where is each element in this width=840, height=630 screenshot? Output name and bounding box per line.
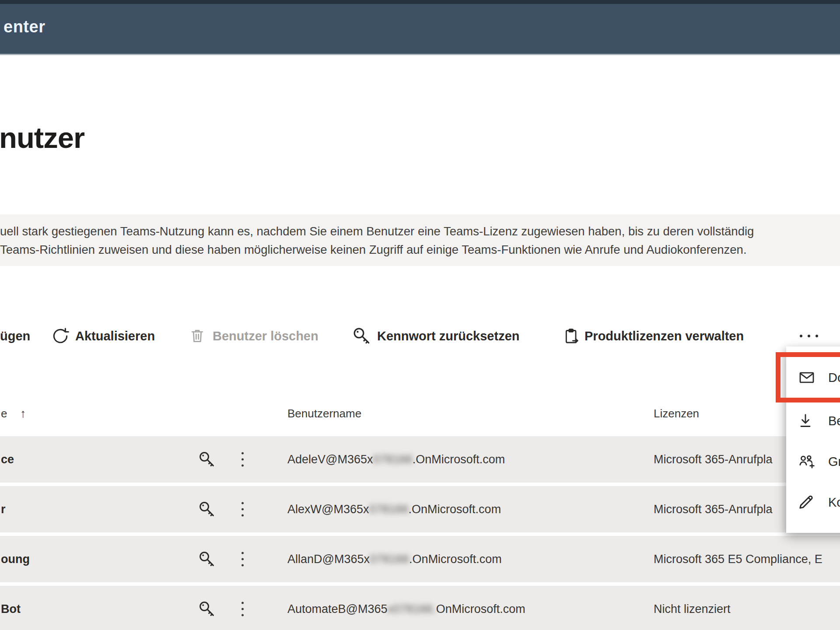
menu-item-label: Be — [828, 414, 840, 428]
banner-line-2: Teams-Richtlinien zuweisen und diese hab… — [0, 241, 840, 259]
table-row[interactable]: r AlexW@M365x078166.OnMicrosoft.com Micr… — [0, 486, 840, 532]
menu-item-label: Ko — [828, 495, 840, 510]
refresh-button[interactable]: Aktualisieren — [75, 329, 155, 343]
add-user-button[interactable]: ügen — [0, 329, 30, 343]
username-cell: AutomateB@M365x078166.OnMicrosoft.com — [287, 602, 525, 616]
top-app-bar-strip — [0, 0, 840, 4]
row-more-icon[interactable] — [242, 552, 244, 567]
people-add-icon — [797, 453, 816, 470]
column-licenses[interactable]: Lizenzen — [654, 407, 699, 420]
row-more-icon[interactable] — [242, 502, 244, 517]
column-username[interactable]: Benutzername — [287, 407, 361, 420]
username-cell: AdeleV@M365x078166.OnMicrosoft.com — [287, 453, 505, 466]
menu-item-export[interactable]: Be — [786, 410, 840, 432]
menu-item-label: Gr — [828, 455, 840, 469]
blurred-tenant-id: 078166 — [373, 453, 413, 466]
row-more-icon[interactable] — [242, 452, 244, 467]
app-title: enter — [4, 18, 45, 36]
license-cell: Microsoft 365 E5 Compliance, E — [654, 553, 822, 566]
key-icon[interactable] — [198, 550, 216, 568]
display-name[interactable]: r — [1, 503, 6, 516]
teams-info-banner: uell stark gestiegenen Teams-Nutzung kan… — [0, 214, 840, 266]
column-display-name[interactable]: e — [1, 407, 7, 420]
trash-icon — [189, 327, 206, 345]
page-title: nutzer — [0, 121, 84, 154]
table-row[interactable]: oung AllanD@M365x078166.OnMicrosoft.com … — [0, 536, 840, 582]
display-name[interactable]: oung — [1, 553, 30, 566]
sort-ascending-icon[interactable]: ↑ — [20, 407, 26, 420]
blurred-tenant-id: x078166. — [388, 602, 436, 616]
row-more-icon[interactable] — [242, 602, 244, 616]
admin-center-page: enter nutzer uell stark gestiegenen Team… — [0, 0, 840, 630]
table-header: e ↑ Benutzername Lizenzen — [0, 400, 840, 427]
key-icon[interactable] — [352, 326, 372, 346]
key-icon[interactable] — [198, 500, 216, 518]
delete-user-button: Benutzer löschen — [213, 329, 318, 343]
display-name[interactable]: Bot — [1, 602, 21, 616]
key-icon[interactable] — [198, 450, 216, 469]
table-row[interactable]: ce AdeleV@M365x078166.OnMicrosoft.com Mi… — [0, 436, 840, 483]
table-row[interactable]: Bot AutomateB@M365x078166.OnMicrosoft.co… — [0, 586, 840, 630]
top-app-bar: enter — [0, 0, 840, 55]
refresh-icon[interactable] — [51, 326, 70, 346]
blurred-tenant-id: 078166 — [370, 553, 409, 566]
download-icon — [797, 412, 814, 430]
clipboard-arrow-icon[interactable] — [563, 326, 580, 346]
key-icon[interactable] — [198, 600, 216, 618]
blurred-tenant-id: 078166 — [369, 503, 408, 516]
banner-line-1: uell stark gestiegenen Teams-Nutzung kan… — [0, 222, 840, 241]
license-cell: Microsoft 365-Anrufpla — [654, 453, 773, 466]
menu-item-groups[interactable]: Gr — [786, 451, 840, 472]
username-cell: AllanD@M365x078166.OnMicrosoft.com — [287, 553, 502, 566]
username-cell: AlexW@M365x078166.OnMicrosoft.com — [287, 503, 501, 516]
display-name[interactable]: ce — [1, 453, 14, 466]
reset-password-button[interactable]: Kennwort zurücksetzen — [377, 329, 520, 343]
command-bar: ügen Aktualisieren Benutzer löschen Kenn… — [0, 323, 840, 349]
license-cell: Nicht lizenziert — [654, 602, 731, 616]
more-commands-icon[interactable] — [800, 335, 818, 337]
menu-item-edit[interactable]: Ko — [786, 491, 840, 513]
license-cell: Microsoft 365-Anrufpla — [654, 503, 773, 516]
highlight-box — [776, 352, 840, 402]
pencil-icon — [797, 493, 815, 511]
manage-licenses-button[interactable]: Produktlizenzen verwalten — [584, 329, 744, 343]
